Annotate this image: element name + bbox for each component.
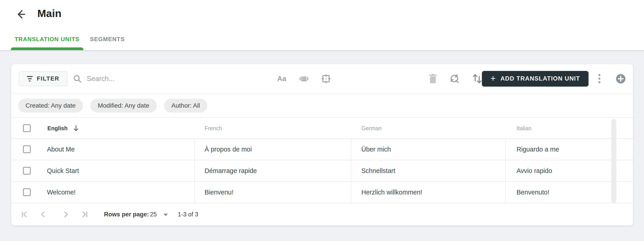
cell-english[interactable]: About Me: [47, 146, 75, 153]
add-translation-unit-label: ADD TRANSLATION UNIT: [500, 75, 580, 82]
add-circle-plus-icon: [618, 76, 624, 82]
next-page-icon: [62, 210, 70, 218]
column-divider: [194, 139, 195, 204]
cell-french[interactable]: Bienvenu!: [204, 189, 234, 196]
column-header-french[interactable]: French: [204, 125, 222, 132]
add-circle-button[interactable]: [616, 74, 626, 84]
vertical-scrollbar[interactable]: [611, 119, 616, 203]
chip-author-label: Author: All: [172, 102, 200, 109]
translation-memory-screen: Main TRANSLATION UNITS SEGMENTS FILTER: [0, 0, 644, 241]
cell-english[interactable]: Welcome!: [47, 189, 76, 196]
chip-created[interactable]: Created: Any date: [18, 99, 83, 113]
cell-italian[interactable]: Avvio rapido: [516, 167, 552, 174]
filter-button-label: FILTER: [37, 75, 59, 82]
last-page-button[interactable]: [78, 208, 91, 221]
table-header: English French German Italian: [11, 118, 633, 139]
first-page-icon: [21, 210, 28, 218]
tab-segments[interactable]: SEGMENTS: [86, 31, 129, 48]
table-row[interactable]: Quick Start Démarrage rapide Schnellstar…: [11, 160, 633, 182]
chip-modified[interactable]: Modified: Any date: [90, 99, 156, 113]
tab-translation-units-label: TRANSLATION UNITS: [14, 36, 80, 43]
next-page-button[interactable]: [60, 208, 72, 221]
plus-icon: +: [490, 74, 496, 83]
rows-per-page-dropdown-icon[interactable]: [164, 214, 168, 216]
cell-german[interactable]: Über mich: [361, 146, 391, 153]
sort-down-arrow-icon: [73, 125, 79, 132]
chip-author[interactable]: Author: All: [164, 99, 208, 113]
previous-page-button[interactable]: [37, 208, 49, 221]
table-row[interactable]: About Me À propos de moi Über mich Rigua…: [11, 139, 633, 160]
table-body: About Me À propos de moi Über mich Rigua…: [11, 139, 633, 203]
column-header-english-label: English: [48, 125, 68, 132]
select-all-checkbox[interactable]: [23, 124, 31, 132]
cell-french[interactable]: À propos de moi: [204, 146, 252, 153]
cell-italian[interactable]: Benvenuto!: [516, 189, 550, 196]
first-page-button[interactable]: [18, 208, 31, 221]
back-button[interactable]: [14, 8, 27, 21]
chip-created-label: Created: Any date: [26, 102, 76, 109]
rows-per-page-value[interactable]: 25: [150, 211, 157, 218]
tab-translation-units[interactable]: TRANSLATION UNITS: [11, 31, 84, 48]
cell-english[interactable]: Quick Start: [47, 167, 79, 174]
search-input[interactable]: [87, 72, 243, 86]
translation-units-card: FILTER Aa: [11, 64, 633, 225]
table-footer: Rows per page: 25 1-3 of 3: [11, 204, 633, 225]
filter-icon: [27, 76, 33, 81]
cell-german[interactable]: Schnellstart: [361, 167, 395, 174]
page-title: Main: [37, 7, 62, 20]
cell-italian[interactable]: Riguardo a me: [516, 146, 559, 153]
column-divider: [350, 139, 351, 204]
tab-segments-label: SEGMENTS: [90, 36, 125, 43]
match-whole-word-icon[interactable]: [299, 74, 309, 84]
regex-selection-icon[interactable]: [321, 73, 332, 84]
filter-button[interactable]: FILTER: [19, 71, 68, 86]
sort-icon[interactable]: [471, 73, 483, 85]
rows-per-page-label: Rows per page:: [104, 211, 149, 218]
cell-german[interactable]: Herzlich willkommen!: [361, 189, 422, 196]
previous-page-icon: [39, 210, 47, 218]
table-row[interactable]: Welcome! Bienvenu! Herzlich willkommen! …: [11, 182, 633, 203]
delete-icon[interactable]: [428, 73, 438, 84]
tab-bar: TRANSLATION UNITS SEGMENTS: [0, 31, 644, 50]
row-checkbox[interactable]: [23, 167, 31, 174]
find-replace-icon[interactable]: [448, 73, 460, 85]
more-options-icon[interactable]: [596, 71, 602, 87]
column-header-english[interactable]: English: [48, 125, 79, 132]
row-checkbox[interactable]: [23, 145, 31, 153]
cell-french[interactable]: Démarrage rapide: [204, 167, 257, 174]
filter-chips-row: Created: Any date Modified: Any date Aut…: [11, 94, 633, 118]
row-checkbox[interactable]: [23, 188, 31, 196]
content-background: FILTER Aa: [0, 50, 644, 241]
toolbar: FILTER Aa: [11, 64, 633, 94]
pagination-range: 1-3 of 3: [178, 211, 198, 218]
column-header-german[interactable]: German: [361, 125, 382, 132]
chip-modified-label: Modified: Any date: [98, 102, 149, 109]
last-page-icon: [81, 210, 88, 218]
match-case-icon[interactable]: Aa: [277, 75, 286, 83]
column-header-italian[interactable]: Italian: [516, 125, 532, 132]
column-divider: [505, 139, 506, 204]
add-translation-unit-button[interactable]: + ADD TRANSLATION UNIT: [482, 71, 588, 87]
back-arrow-icon: [14, 8, 27, 21]
search-icon: [73, 74, 82, 83]
page-header: Main: [0, 0, 644, 34]
